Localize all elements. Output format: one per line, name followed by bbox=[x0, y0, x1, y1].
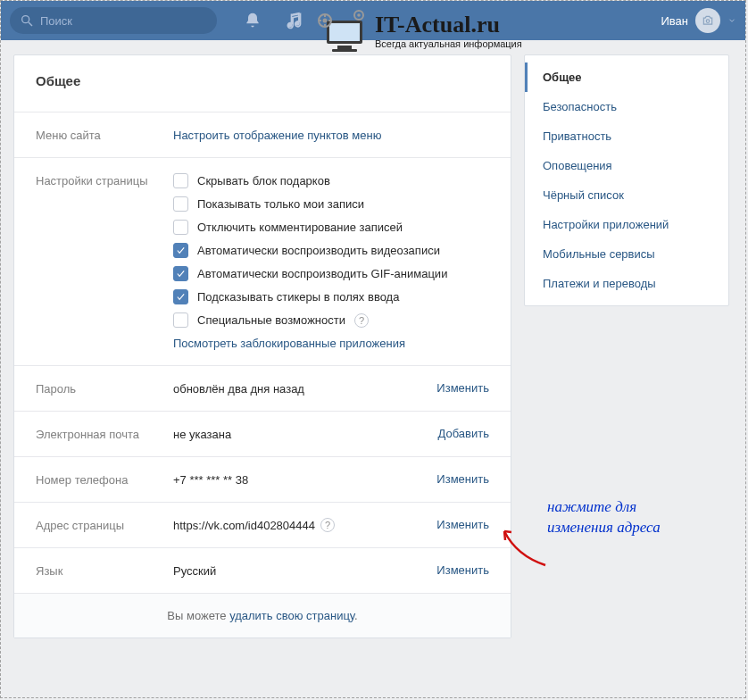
page-title: Общее bbox=[14, 55, 511, 112]
checkbox-label-3: Автоматически воспроизводить видеозаписи bbox=[197, 244, 440, 257]
svg-line-1 bbox=[29, 22, 32, 26]
sidebar-item-1[interactable]: Безопасность bbox=[525, 92, 728, 121]
search-icon bbox=[20, 13, 34, 28]
sidebar-item-4[interactable]: Чёрный список bbox=[525, 180, 728, 210]
footer-suffix: . bbox=[354, 609, 358, 622]
row-phone: Номер телефона +7 *** *** ** 38 Изменить bbox=[14, 456, 511, 502]
action-phone-change[interactable]: Изменить bbox=[436, 472, 489, 486]
checkbox-0[interactable] bbox=[173, 173, 188, 188]
label-address: Адрес страницы bbox=[36, 518, 173, 532]
checkbox-row-6[interactable]: Специальные возможности? bbox=[173, 312, 489, 328]
chevron-down-icon bbox=[727, 16, 736, 25]
checkbox-label-0: Скрывать блок подарков bbox=[197, 174, 330, 188]
top-icons-group bbox=[244, 12, 303, 29]
svg-point-4 bbox=[706, 20, 710, 22]
checkbox-row-3[interactable]: Автоматически воспроизводить видеозаписи bbox=[173, 243, 489, 258]
sidebar-item-2[interactable]: Приватность bbox=[525, 121, 728, 151]
bell-icon[interactable] bbox=[244, 12, 262, 29]
value-email: не указана bbox=[173, 427, 418, 441]
sidebar-item-5[interactable]: Настройки приложений bbox=[525, 210, 728, 239]
action-password-change[interactable]: Изменить bbox=[436, 381, 489, 395]
annotation-text: нажмите для изменения адреса bbox=[547, 497, 661, 538]
search-input[interactable] bbox=[10, 7, 217, 34]
top-bar: Иван bbox=[1, 1, 745, 40]
value-address-text: https://vk.com/id402804444 bbox=[173, 519, 315, 532]
checkbox-label-6: Специальные возможности bbox=[197, 313, 345, 327]
row-page-settings: Настройки страницы Скрывать блок подарко… bbox=[14, 157, 511, 365]
link-delete-page[interactable]: удалить свою страницу bbox=[229, 609, 354, 622]
checkbox-row-2[interactable]: Отключить комментирование записей bbox=[173, 220, 489, 235]
checkbox-label-4: Автоматически воспроизводить GIF-анимаци… bbox=[197, 267, 447, 280]
checkbox-row-4[interactable]: Автоматически воспроизводить GIF-анимаци… bbox=[173, 266, 489, 281]
row-site-menu: Меню сайта Настроить отображение пунктов… bbox=[14, 112, 511, 157]
action-language-change[interactable]: Изменить bbox=[436, 563, 489, 577]
link-blocked-apps[interactable]: Посмотреть заблокированные приложения bbox=[173, 337, 405, 350]
footer-prefix: Вы можете bbox=[167, 609, 229, 622]
music-icon[interactable] bbox=[285, 12, 303, 29]
checkbox-5[interactable] bbox=[173, 289, 188, 304]
sidebar-item-0[interactable]: Общее bbox=[525, 62, 728, 92]
avatar bbox=[695, 8, 720, 33]
checkbox-row-1[interactable]: Показывать только мои записи bbox=[173, 196, 489, 212]
checkbox-label-1: Показывать только мои записи bbox=[197, 197, 364, 211]
label-site-menu: Меню сайта bbox=[36, 128, 173, 142]
label-password: Пароль bbox=[36, 381, 173, 396]
link-configure-menu[interactable]: Настроить отображение пунктов меню bbox=[173, 129, 381, 142]
checkbox-row-5[interactable]: Подсказывать стикеры в полях ввода bbox=[173, 289, 489, 304]
help-icon[interactable]: ? bbox=[320, 518, 335, 532]
help-icon[interactable]: ? bbox=[354, 313, 369, 328]
svg-point-2 bbox=[287, 23, 292, 28]
value-address: https://vk.com/id402804444 ? bbox=[173, 518, 418, 532]
sidebar-item-7[interactable]: Платежи и переводы bbox=[525, 269, 728, 298]
checkbox-label-2: Отключить комментирование записей bbox=[197, 221, 403, 234]
username: Иван bbox=[661, 14, 688, 28]
label-language: Язык bbox=[36, 563, 173, 578]
row-language: Язык Русский Изменить bbox=[14, 547, 511, 593]
svg-point-0 bbox=[22, 16, 29, 23]
checkbox-4[interactable] bbox=[173, 266, 188, 281]
action-address-change[interactable]: Изменить bbox=[436, 518, 489, 531]
label-email: Электронная почта bbox=[36, 427, 173, 441]
settings-panel: Общее Меню сайта Настроить отображение п… bbox=[13, 54, 511, 638]
checkbox-6[interactable] bbox=[173, 312, 188, 328]
row-address: Адрес страницы https://vk.com/id40280444… bbox=[14, 502, 511, 547]
footer-delete: Вы можете удалить свою страницу. bbox=[14, 593, 511, 638]
checkbox-1[interactable] bbox=[173, 196, 188, 212]
label-page-settings: Настройки страницы bbox=[36, 173, 173, 188]
camera-icon bbox=[702, 14, 714, 27]
user-menu[interactable]: Иван bbox=[661, 8, 736, 33]
row-password: Пароль обновлён два дня назад Изменить bbox=[14, 365, 511, 411]
checkbox-row-0[interactable]: Скрывать блок подарков bbox=[173, 173, 489, 188]
search-wrap bbox=[10, 7, 217, 34]
value-language: Русский bbox=[173, 563, 418, 578]
value-phone: +7 *** *** ** 38 bbox=[173, 472, 418, 487]
value-password: обновлён два дня назад bbox=[173, 381, 418, 396]
label-phone: Номер телефона bbox=[36, 472, 173, 487]
checkbox-2[interactable] bbox=[173, 220, 188, 235]
settings-sidebar: ОбщееБезопасностьПриватностьОповещенияЧё… bbox=[524, 54, 729, 306]
row-email: Электронная почта не указана Добавить bbox=[14, 411, 511, 456]
sidebar-item-3[interactable]: Оповещения bbox=[525, 151, 728, 180]
checkbox-label-5: Подсказывать стикеры в полях ввода bbox=[197, 290, 399, 304]
action-email-add[interactable]: Добавить bbox=[438, 427, 489, 440]
checkbox-3[interactable] bbox=[173, 243, 188, 258]
sidebar-item-6[interactable]: Мобильные сервисы bbox=[525, 239, 728, 269]
